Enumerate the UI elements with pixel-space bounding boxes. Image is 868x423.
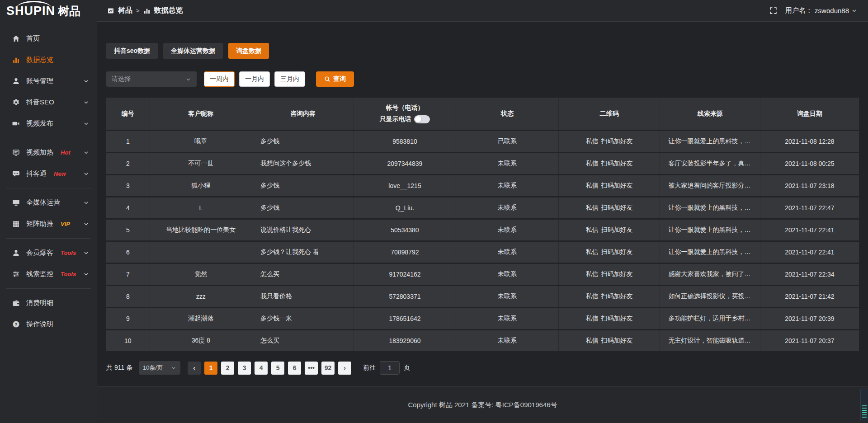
cell-source: 让你一眼就爱上的黑科技，能... (660, 197, 760, 218)
sidebar-item-视频发布[interactable]: 视频发布 (0, 113, 97, 134)
sidebar-item-消费明细[interactable]: 消费明细 (0, 292, 97, 314)
sidebar-item-首页[interactable]: 首页 (0, 28, 97, 49)
qr-links: 私信扫码加好友 (586, 160, 633, 168)
page-button-92[interactable]: 92 (321, 362, 335, 375)
qr-link[interactable]: 扫码加好友 (601, 248, 633, 256)
prev-page-button[interactable]: ‹ (188, 362, 201, 375)
user-menu[interactable]: 用户名： zswodun88 (785, 6, 857, 15)
qr-link[interactable]: 私信 (586, 248, 599, 256)
sidebar-item-抖客通[interactable]: 抖客通New (0, 163, 97, 184)
page-button-5[interactable]: 5 (271, 362, 284, 375)
page-button-3[interactable]: 3 (238, 362, 251, 375)
qr-link[interactable]: 私信 (586, 160, 599, 168)
qr-link[interactable]: 扫码加好友 (601, 182, 633, 190)
qr-link[interactable]: 私信 (586, 270, 599, 278)
next-page-button[interactable]: › (338, 362, 351, 375)
cell-account: 2097344839 (354, 153, 456, 174)
table-row: 5当地比较能吃的一位美女说说价格让我死心50534380未联系私信扫码加好友让你… (106, 220, 859, 240)
footer: Copyright 树品 2021 备案号: 粤ICP备09019646号 (97, 386, 868, 423)
sidebar-item-label: 矩阵助推 (26, 220, 53, 228)
sidebar-item-操作说明[interactable]: ?操作说明 (0, 314, 97, 335)
qr-link[interactable]: 私信 (586, 182, 599, 190)
sidebar-item-抖音SEO[interactable]: 抖音SEO (0, 92, 97, 113)
source-link[interactable]: 让你一眼就爱上的黑科技，能... (668, 137, 755, 146)
sidebar-item-数据总览[interactable]: 数据总览 (0, 49, 97, 70)
cell-content: 怎么买 (252, 264, 354, 285)
qr-link[interactable]: 扫码加好友 (601, 160, 633, 168)
goto-page-input[interactable] (380, 361, 400, 375)
qr-link[interactable]: 私信 (586, 337, 599, 345)
column-header: 帐号（电话）只显示电话 (354, 98, 456, 130)
qr-links: 私信扫码加好友 (586, 292, 633, 301)
ellipsis-page-button[interactable]: ••• (305, 362, 318, 375)
qr-link[interactable]: 私信 (586, 204, 599, 212)
breadcrumb-root[interactable]: 树品 (118, 6, 132, 15)
sidebar-item-label: 抖客通 (26, 169, 47, 178)
chat-icon (12, 170, 20, 178)
chevron-down-icon (82, 121, 90, 127)
qr-link[interactable]: 扫码加好友 (601, 337, 633, 345)
sidebar-item-矩阵助推[interactable]: 矩阵助推VIP (0, 213, 97, 235)
qr-link[interactable]: 私信 (586, 315, 599, 323)
period-button-三月内[interactable]: 三月内 (274, 71, 305, 87)
qr-link[interactable]: 扫码加好友 (601, 204, 633, 212)
qr-link[interactable]: 扫码加好友 (601, 226, 633, 234)
qr-link[interactable]: 扫码加好友 (601, 315, 633, 323)
source-link[interactable]: 感谢大家喜欢我家，被问了好... (668, 270, 755, 278)
sidebar-item-账号管理[interactable]: 账号管理 (0, 70, 97, 92)
qr-link[interactable]: 扫码加好友 (601, 137, 633, 146)
source-link[interactable]: 让你一眼就爱上的黑科技，能... (668, 226, 755, 234)
cell-account: 178651642 (354, 308, 456, 329)
phone-only-toggle[interactable] (414, 115, 430, 123)
source-link[interactable]: 被大家追着问的客厅投影分享... (668, 182, 755, 190)
page-size-value: 10条/页 (143, 364, 163, 372)
period-button-一月内[interactable]: 一月内 (239, 71, 270, 87)
source-link[interactable]: 让你一眼就爱上的黑科技，能... (668, 248, 755, 256)
period-button-一周内[interactable]: 一周内 (204, 71, 235, 87)
column-header-label: 咨询内容 (290, 110, 316, 118)
page-button-4[interactable]: 4 (255, 362, 268, 375)
sidebar-item-线索监控[interactable]: 线索监控Tools (0, 263, 97, 285)
chevron-down-icon (82, 250, 90, 256)
cell-status: 未联系 (456, 242, 558, 263)
tab-全媒体运营数据[interactable]: 全媒体运营数据 (163, 43, 223, 59)
source-link[interactable]: 如何正确选择投影仪，买投影... (668, 292, 755, 301)
account-select[interactable]: 请选择 (106, 71, 197, 87)
qr-link[interactable]: 私信 (586, 137, 599, 146)
page-button-6[interactable]: 6 (288, 362, 301, 375)
qr-link[interactable]: 扫码加好友 (601, 270, 633, 278)
qr-link[interactable]: 扫码加好友 (601, 292, 633, 301)
floating-widget-stripes (862, 405, 867, 418)
qr-links: 私信扫码加好友 (586, 182, 633, 190)
qr-link[interactable]: 私信 (586, 226, 599, 234)
main-content: 抖音seo数据全媒体运营数据询盘数据 请选择 一周内一月内三月内 查询 编号客户… (97, 22, 868, 423)
cell-qrcode: 私信扫码加好友 (559, 286, 660, 307)
source-link[interactable]: 无主灯设计，智能磁吸轨道灯... (668, 337, 755, 345)
sidebar-item-badge: VIP (61, 221, 70, 227)
qr-link[interactable]: 私信 (586, 292, 599, 301)
source-link[interactable]: 让你一眼就爱上的黑科技，能... (668, 204, 755, 212)
page-button-2[interactable]: 2 (221, 362, 234, 375)
cell-content: 多少钱？让我死心 看 (252, 242, 354, 263)
tab-询盘数据[interactable]: 询盘数据 (228, 43, 269, 59)
sidebar-item-label: 首页 (26, 34, 40, 43)
cell-index: 10 (106, 330, 150, 351)
fullscreen-icon[interactable] (769, 7, 777, 14)
source-link[interactable]: 客厅安装投影半年多了，真实... (668, 160, 755, 168)
source-link[interactable]: 多功能护栏灯，适用于乡村文... (668, 315, 755, 323)
cell-status: 未联系 (456, 197, 558, 218)
logo-text-en: SHUPIN (6, 4, 55, 18)
breadcrumb-separator: > (136, 7, 140, 14)
page-size-select[interactable]: 10条/页 (139, 361, 180, 375)
tab-抖音seo数据[interactable]: 抖音seo数据 (106, 43, 158, 59)
floating-widget[interactable] (860, 389, 868, 421)
page-button-1[interactable]: 1 (204, 362, 217, 375)
sidebar-item-全媒体运营[interactable]: 全媒体运营 (0, 192, 97, 213)
sidebar-item-视频加热[interactable]: 视频加热Hot (0, 142, 97, 163)
search-button[interactable]: 查询 (316, 71, 354, 87)
cell-qrcode: 私信扫码加好友 (559, 153, 660, 174)
sidebar-item-会员爆客[interactable]: 会员爆客Tools (0, 242, 97, 263)
cell-index: 4 (106, 197, 150, 218)
cell-index: 8 (106, 286, 150, 307)
dashboard-icon (107, 7, 114, 14)
